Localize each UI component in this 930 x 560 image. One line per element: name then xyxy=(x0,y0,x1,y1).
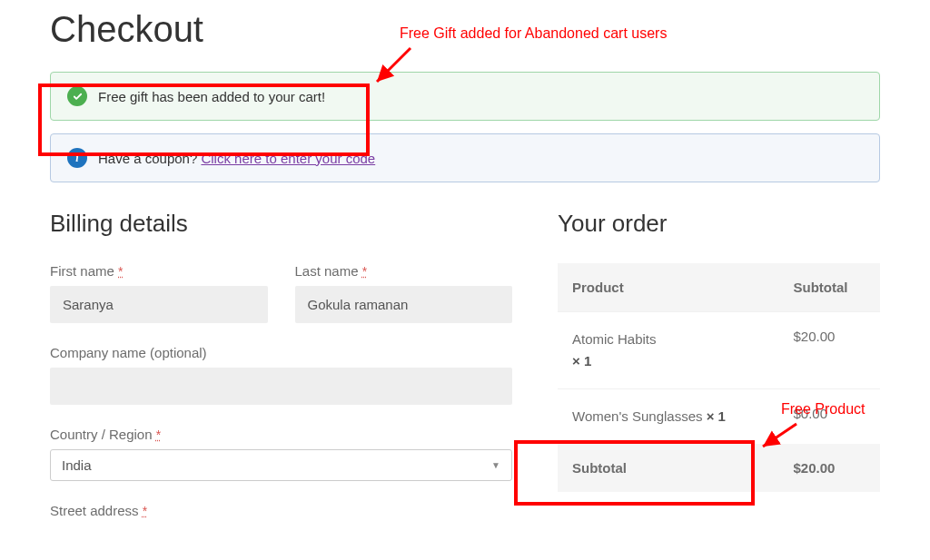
subtotal-label: Subtotal xyxy=(558,444,779,492)
last-name-field[interactable] xyxy=(295,286,513,323)
coupon-link[interactable]: Click here to enter your code xyxy=(201,151,375,166)
annotation-text-top: Free Gift added for Abandoned cart users xyxy=(400,25,667,42)
company-label: Company name (optional) xyxy=(50,345,512,360)
first-name-field[interactable] xyxy=(50,286,268,323)
last-name-label: Last name * xyxy=(295,263,513,279)
product-price: $20.00 xyxy=(779,312,881,389)
annotation-text-right: Free Product xyxy=(781,401,865,418)
product-qty: × 1 xyxy=(572,353,591,368)
table-row: Atomic Habits × 1 $20.00 xyxy=(558,312,880,389)
country-select[interactable]: India ▼ xyxy=(50,449,512,481)
order-heading: Your order xyxy=(558,210,880,238)
notice-coupon: i Have a coupon? Click here to enter you… xyxy=(50,133,880,182)
product-name: Women's Sunglasses xyxy=(572,408,707,424)
col-subtotal: Subtotal xyxy=(779,263,881,312)
street-label: Street address * xyxy=(50,503,512,518)
product-qty: × 1 xyxy=(707,408,726,424)
col-product: Product xyxy=(558,263,779,312)
info-icon: i xyxy=(67,148,87,168)
coupon-prompt-text: Have a coupon? xyxy=(98,151,201,166)
billing-heading: Billing details xyxy=(50,210,512,238)
first-name-label: First name * xyxy=(50,263,268,279)
product-name: Atomic Habits xyxy=(572,331,657,347)
country-value: India xyxy=(62,457,92,473)
check-icon xyxy=(67,86,87,106)
notice-success-text: Free gift has been added to your cart! xyxy=(98,89,325,104)
order-table: Product Subtotal Atomic Habits × 1 $20.0… xyxy=(558,263,880,492)
company-field[interactable] xyxy=(50,368,512,405)
country-label: Country / Region * xyxy=(50,427,512,442)
chevron-down-icon: ▼ xyxy=(491,460,500,470)
notice-success: Free gift has been added to your cart! xyxy=(50,72,880,121)
subtotal-value: $20.00 xyxy=(779,444,881,492)
